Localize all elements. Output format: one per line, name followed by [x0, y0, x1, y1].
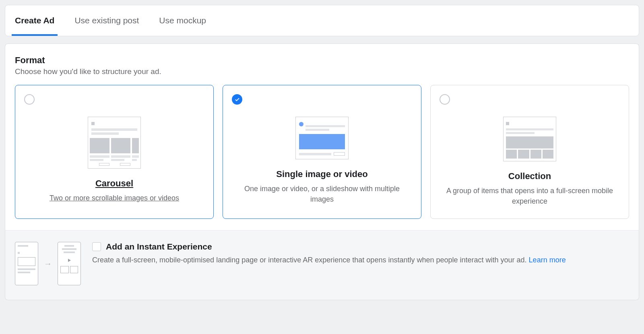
tab-use-existing-post[interactable]: Use existing post	[73, 5, 140, 36]
learn-more-link[interactable]: Learn more	[529, 256, 566, 264]
ad-source-tabs: Create Ad Use existing post Use mockup	[5, 5, 639, 36]
format-option-collection[interactable]: Collection A group of items that opens i…	[430, 85, 629, 219]
option-desc-collection: A group of items that opens into a full-…	[440, 186, 620, 206]
single-thumbnail-icon	[295, 117, 349, 159]
radio-unchecked-icon	[24, 94, 35, 105]
instant-experience-section: → Add an Instant Experience Create a ful…	[5, 230, 639, 300]
tab-create-ad[interactable]: Create Ad	[13, 5, 56, 36]
option-title-collection: Collection	[440, 171, 620, 181]
tab-use-mockup[interactable]: Use mockup	[157, 5, 208, 36]
format-option-carousel[interactable]: Carousel Two or more scrollable images o…	[15, 85, 214, 219]
radio-unchecked-icon	[440, 94, 450, 105]
option-title-carousel: Carousel	[24, 178, 204, 189]
format-section: Format Choose how you'd like to structur…	[5, 43, 639, 230]
option-desc-carousel: Two or more scrollable images or videos	[24, 193, 204, 203]
arrow-right-icon: →	[44, 259, 52, 268]
instant-experience-checkbox[interactable]	[92, 242, 101, 251]
collection-thumbnail-icon	[503, 117, 556, 161]
carousel-thumbnail-icon	[88, 117, 141, 169]
format-options: Carousel Two or more scrollable images o…	[15, 85, 629, 219]
instant-experience-desc: Create a full-screen, mobile-optimised l…	[92, 255, 629, 266]
option-title-single: Single image or video	[232, 169, 412, 179]
option-desc-single: One image or video, or a slideshow with …	[232, 183, 412, 204]
radio-checked-icon	[232, 94, 242, 105]
format-subheading: Choose how you'd like to structure your …	[15, 67, 629, 76]
format-heading: Format	[15, 55, 629, 66]
instant-experience-illustration-icon: →	[15, 242, 81, 285]
instant-experience-title: Add an Instant Experience	[106, 242, 212, 252]
format-option-single[interactable]: Single image or video One image or video…	[223, 85, 421, 219]
